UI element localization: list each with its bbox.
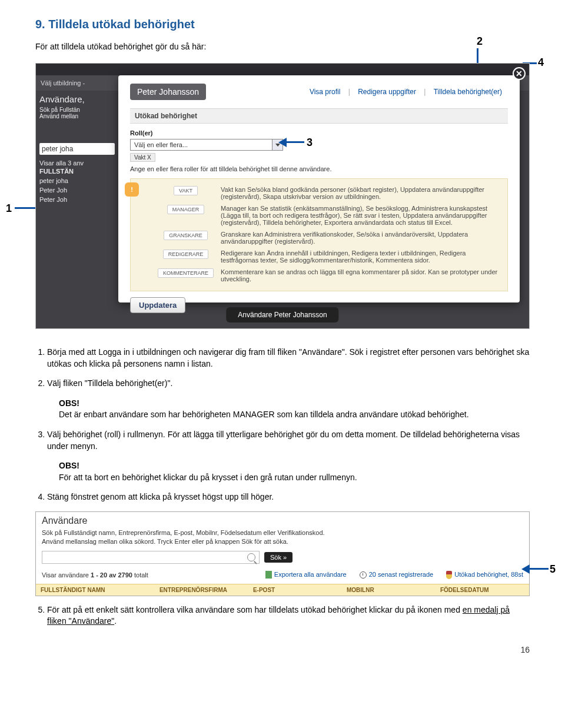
role-label-vakt: VAKT bbox=[174, 186, 198, 195]
nav-dropdown[interactable]: Välj utbildning - bbox=[41, 79, 85, 87]
role-desc-redigerare: Redigerare kan Ändra innehåll i utbildni… bbox=[217, 247, 501, 266]
background-sidebar: Användare, Sök på Fullstän Använd mellan… bbox=[36, 91, 118, 208]
role-row-kommenterare: KOMMENTERARE Kommenterare kan se andras … bbox=[154, 266, 501, 285]
tab-visa-profil[interactable]: Visa profil bbox=[304, 88, 346, 96]
role-row-granskare: GRANSKARE Granskare kan Administrera ver… bbox=[154, 228, 501, 247]
table-header-row: FULLSTÄNDIGT NAMN ENTREPRENÖRSFIRMA E-PO… bbox=[36, 584, 529, 596]
callout-5: 5 bbox=[550, 563, 556, 576]
obs-block-2: OBS! För att ta bort en behörighet klick… bbox=[59, 460, 530, 483]
export-link[interactable]: Exportera alla användare bbox=[265, 571, 347, 579]
obs-block-1: OBS! Det är enbart användare som har beh… bbox=[59, 398, 530, 421]
obs-text-1: Det är enbart användare som har behörigh… bbox=[59, 409, 530, 421]
modal-tab-links: Visa profil | Redigera uppgifter | Tilld… bbox=[304, 88, 508, 96]
arrow-5-line bbox=[529, 568, 549, 570]
update-button[interactable]: Uppdatera bbox=[130, 297, 185, 313]
side-row-2[interactable]: Peter Joh bbox=[39, 185, 115, 195]
excel-icon bbox=[265, 571, 272, 579]
step-4: Stäng fönstret genom att klicka på kryss… bbox=[47, 491, 530, 503]
search-input[interactable] bbox=[42, 551, 260, 564]
callout-2: 2 bbox=[477, 35, 483, 48]
step-3: Välj behörighet (roll) i rullmenyn. För … bbox=[47, 429, 530, 452]
screenshot-2: Användare Sök på Fullständigt namn, Entr… bbox=[35, 511, 530, 596]
user-name-badge: Peter Johansson bbox=[130, 84, 206, 100]
role-desc-manager: Manager kan Se statistik (enkätsammanstä… bbox=[217, 202, 501, 228]
callout-1: 1 bbox=[6, 202, 12, 215]
screenshot-1-frame: Välj utbildning - Användare, Sök på Full… bbox=[35, 63, 530, 329]
clock-icon bbox=[360, 571, 367, 579]
page-number: 16 bbox=[35, 645, 530, 654]
side-title: Användare, bbox=[39, 94, 115, 104]
col-mobilnr[interactable]: MOBILNR bbox=[342, 584, 436, 596]
obs-text-2: För att ta bort en behörighet klickar du… bbox=[59, 472, 530, 484]
role-desc-vakt: Vakt kan Se/söka bland godkända personer… bbox=[217, 184, 501, 202]
panel-help-1: Sök på Fullständigt namn, Entreprenörsfi… bbox=[42, 528, 523, 546]
search-button[interactable]: Sök » bbox=[264, 552, 293, 563]
alert-icon: ! bbox=[125, 182, 139, 197]
side-result-rows: FULLSTÄN peter joha Peter Joh Peter Joh bbox=[39, 167, 115, 204]
roles-area: Roll(er) Välj en eller flera... Vakt X A… bbox=[130, 129, 508, 313]
close-icon[interactable]: ✕ bbox=[513, 67, 526, 80]
side-search-field[interactable]: peter joha bbox=[39, 143, 115, 155]
role-label-granskare: GRANSKARE bbox=[164, 231, 208, 240]
arrow-3-line bbox=[285, 141, 304, 143]
side-row-1[interactable]: peter joha bbox=[39, 176, 115, 185]
modal-header: Peter Johansson Visa profil | Redigera u… bbox=[130, 84, 508, 100]
side-hint-2: Använd mellan bbox=[39, 113, 115, 119]
callout-4: 4 bbox=[538, 56, 544, 69]
role-desc-granskare: Granskare kan Administrera verifikations… bbox=[217, 228, 501, 247]
side-col-header: FULLSTÄN bbox=[39, 167, 115, 176]
role-descriptions-box: ! VAKT Vakt kan Se/söka bland godkända p… bbox=[130, 178, 508, 291]
separator: | bbox=[348, 88, 350, 96]
obs-title-1: OBS! bbox=[59, 398, 530, 410]
role-chip-vakt[interactable]: Vakt X bbox=[130, 153, 155, 162]
step-1: Börja med att Logga in i utbildningen oc… bbox=[47, 347, 530, 370]
roles-label: Roll(er) bbox=[130, 129, 508, 137]
permissions-modal: Peter Johansson Visa profil | Redigera u… bbox=[118, 75, 520, 302]
recent-link[interactable]: 20 senast registrerade bbox=[360, 571, 433, 579]
tab-redigera-uppgifter[interactable]: Redigera uppgifter bbox=[352, 88, 422, 96]
role-label-redigerare: REDIGERARE bbox=[163, 250, 209, 259]
roles-select-text: Välj en eller flera... bbox=[131, 140, 272, 149]
roles-select[interactable]: Välj en eller flera... bbox=[130, 139, 283, 151]
col-fullname[interactable]: FULLSTÄNDIGT NAMN bbox=[36, 584, 155, 596]
step-2: Välj fliken "Tilldela behörighet(er)". bbox=[47, 378, 530, 390]
arrow-3-head bbox=[278, 138, 287, 147]
role-desc-kommenterare: Kommenterare kan se andras och lägga til… bbox=[217, 266, 501, 285]
col-fodelsedatum[interactable]: FÖDELSEDATUM bbox=[436, 584, 529, 596]
medal-icon bbox=[446, 571, 452, 579]
app-topbar bbox=[36, 64, 529, 75]
tab-tilldela-behorighet[interactable]: Tilldela behörighet(er) bbox=[428, 88, 508, 96]
panel-title: Användare bbox=[42, 516, 523, 526]
screenshot-1: Välj utbildning - Användare, Sök på Full… bbox=[36, 64, 529, 328]
separator: | bbox=[424, 88, 426, 96]
obs-title-2: OBS! bbox=[59, 460, 530, 472]
medal-link[interactable]: Utökad behörighet, 88st bbox=[446, 571, 523, 579]
intro-text: För att tilldela utökad behörighet gör d… bbox=[35, 42, 530, 51]
results-meta-row: Visar användare 1 - 20 av 2790 totalt Ex… bbox=[42, 569, 523, 581]
role-row-vakt: VAKT Vakt kan Se/söka bland godkända per… bbox=[154, 184, 501, 202]
col-firma[interactable]: ENTREPRENÖRSFIRMA bbox=[155, 584, 248, 596]
role-label-kommenterare: KOMMENTERARE bbox=[158, 268, 214, 278]
side-row-3[interactable]: Peter Joh bbox=[39, 195, 115, 204]
role-label-manager: MANAGER bbox=[167, 205, 205, 214]
modal-subheading: Utökad behörighet bbox=[130, 108, 508, 124]
side-hint-1: Sök på Fullstän bbox=[39, 107, 115, 113]
modal-footer-pill: Användare Peter Johansson bbox=[226, 307, 338, 323]
col-epost[interactable]: E-POST bbox=[248, 584, 342, 596]
side-result-count: Visar alla 3 anv bbox=[39, 159, 115, 167]
role-row-manager: MANAGER Manager kan Se statistik (enkäts… bbox=[154, 202, 501, 228]
arrow-5-head bbox=[521, 564, 530, 574]
role-row-redigerare: REDIGERARE Redigerare kan Ändra innehåll… bbox=[154, 247, 501, 266]
callout-3: 3 bbox=[307, 137, 313, 149]
search-icon bbox=[247, 553, 255, 561]
search-row: Sök » bbox=[42, 551, 523, 564]
roles-hint: Ange en eller flera roller för att tilld… bbox=[130, 165, 508, 172]
results-count: Visar användare 1 - 20 av 2790 totalt bbox=[42, 571, 252, 579]
section-heading: 9. Tilldela utökad behörighet bbox=[35, 18, 530, 31]
step-5: För att på ett enkelt sätt kontrollera v… bbox=[47, 604, 530, 627]
